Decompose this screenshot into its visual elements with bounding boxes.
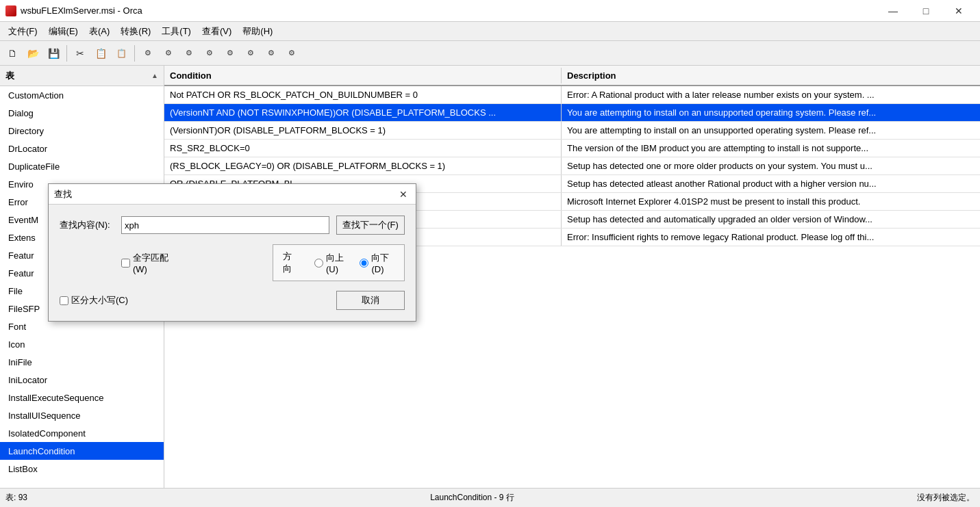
table-row[interactable]: (VersionNT)OR (DISABLE_PLATFORM_BLOCKS =… [164,122,980,140]
search-input[interactable] [121,216,329,234]
cell-description-7: Setup has detected and automatically upg… [562,211,980,228]
sidebar-item-launchcondition[interactable]: LaunchCondition [0,442,164,460]
sidebar-item-drlocator[interactable]: DrLocator [0,140,164,157]
sidebar-item-installexecutesequence[interactable]: InstallExecuteSequence [0,389,164,406]
cell-description-4: Setup has detected one or more older pro… [562,157,980,174]
cell-description-2: You are attempting to install on an unsu… [562,122,980,139]
sidebar-item-dialog[interactable]: Dialog [0,104,164,122]
checkbox-row: 全字匹配(W) 方向 向上(U) 向下(D) [60,244,405,281]
radio-up-input[interactable] [314,259,323,268]
cell-description-5: Setup has detected atleast another Ratio… [562,175,980,192]
toolbar-tool3[interactable]: ⚙ [179,44,199,63]
cell-description-3: The version of the IBM product you are a… [562,140,980,157]
sidebar-header-label: 表 [5,70,14,82]
sidebar-item-customaction[interactable]: CustomAction [0,86,164,104]
sidebar-item-duplicatefile[interactable]: DuplicateFile [0,157,164,175]
checkbox-row-2: 区分大小写(C) 取消 [60,291,405,310]
status-table-count: 表: 93 [5,492,27,504]
toolbar-tool1[interactable]: ⚙ [138,44,158,63]
menu-view[interactable]: 查看(V) [197,23,237,40]
status-row-count: LaunchCondition - 9 行 [430,492,514,504]
menu-transform[interactable]: 转换(R) [115,23,156,40]
column-description-header: Description [562,68,980,83]
app-icon [5,5,16,16]
toolbar-save[interactable]: 💾 [44,44,63,63]
toolbar-copy[interactable]: 📋 [91,44,110,63]
sidebar-header: 表 ▲ [0,66,164,86]
sidebar-item-icon[interactable]: Icon [0,335,164,353]
toolbar-new[interactable]: 🗋 [3,44,22,63]
menu-file[interactable]: 文件(F) [3,23,43,40]
toolbar-tool8[interactable]: ⚙ [282,44,301,63]
dialog-close-button[interactable]: ✕ [397,187,410,201]
toolbar-tool7[interactable]: ⚙ [262,44,281,63]
find-dialog: 查找 ✕ 查找内容(N): 查找下一个(F) 全字匹配(W) 方向 向上(U) [48,183,416,322]
cell-description-6: Microsoft Internet Explorer 4.01SP2 must… [562,193,980,210]
table-header: Condition Description [164,66,980,86]
checkbox-case-sensitive[interactable]: 区分大小写(C) [60,291,128,310]
sidebar-item-listbox[interactable]: ListBox [0,460,164,478]
status-selection: 没有列被选定。 [917,492,975,504]
minimize-button[interactable]: — [877,0,909,22]
toolbar-open[interactable]: 📂 [23,44,42,63]
menu-edit[interactable]: 编辑(E) [43,23,84,40]
title-bar: wsbuFLEXlmServer.msi - Orca — □ ✕ [0,0,980,22]
toolbar-tool5[interactable]: ⚙ [221,44,240,63]
find-row: 查找内容(N): 查找下一个(F) [60,216,405,235]
direction-label: 方向 [283,250,298,275]
toolbar-tool4[interactable]: ⚙ [200,44,219,63]
cell-condition-4: (RS_BLOCK_LEGACY=0) OR (DISABLE_PLATFORM… [164,157,562,174]
menu-table[interactable]: 表(A) [84,23,115,40]
window-title: wsbuFLEXlmServer.msi - Orca [21,5,142,16]
cancel-button[interactable]: 取消 [336,291,405,310]
cell-condition-3: RS_SR2_BLOCK=0 [164,140,562,157]
direction-options: 方向 向上(U) 向下(D) [273,244,405,281]
toolbar: 🗋 📂 💾 ✂ 📋 📋 ⚙ ⚙ ⚙ ⚙ ⚙ ⚙ ⚙ ⚙ [0,41,980,66]
radio-down[interactable]: 向下(D) [360,252,394,274]
checkbox-whole-word-input[interactable] [121,259,130,268]
cell-condition-2: (VersionNT)OR (DISABLE_PLATFORM_BLOCKS =… [164,122,562,139]
table-row[interactable]: (RS_BLOCK_LEGACY=0) OR (DISABLE_PLATFORM… [164,157,980,175]
menu-help[interactable]: 帮助(H) [237,23,278,40]
status-bar: 表: 93 LaunchCondition - 9 行 没有列被选定。 [0,488,980,507]
sidebar-item-installuisequence[interactable]: InstallUISequence [0,406,164,424]
radio-down-input[interactable] [360,259,368,268]
cell-condition-1: (VersionNT AND (NOT RSWINXPHOME))OR (DIS… [164,104,562,121]
menu-tools[interactable]: 工具(T) [156,23,197,40]
checkbox-whole-word[interactable]: 全字匹配(W) [121,244,175,281]
title-bar-controls: — □ ✕ [877,0,975,22]
cell-description-1: You are attempting to install on an unsu… [562,104,980,121]
cell-condition-0: Not PATCH OR RS_BLOCK_PATCH_ON_BUILDNUMB… [164,86,562,103]
toolbar-tool6[interactable]: ⚙ [241,44,260,63]
title-bar-left: wsbuFLEXlmServer.msi - Orca [5,5,142,16]
menu-bar: 文件(F) 编辑(E) 表(A) 转换(R) 工具(T) 查看(V) 帮助(H) [0,22,980,41]
close-button[interactable]: ✕ [943,0,975,22]
sidebar-item-inilocator[interactable]: IniLocator [0,371,164,389]
search-label: 查找内容(N): [60,219,121,231]
toolbar-separator-2 [134,45,135,62]
cell-description-0: Error: A Rational product with a later r… [562,86,980,103]
radio-up[interactable]: 向上(U) [314,252,349,274]
checkbox-case-input[interactable] [60,296,68,305]
toolbar-tool2[interactable]: ⚙ [159,44,178,63]
table-row[interactable]: Not PATCH OR RS_BLOCK_PATCH_ON_BUILDNUMB… [164,86,980,104]
sidebar-item-isolatedcomponent[interactable]: IsolatedComponent [0,424,164,442]
column-condition-header: Condition [164,68,562,83]
table-row[interactable]: (VersionNT AND (NOT RSWINXPHOME))OR (DIS… [164,104,980,122]
toolbar-separator-1 [66,45,67,62]
toolbar-cut[interactable]: ✂ [71,44,90,63]
sidebar-item-inifile[interactable]: IniFile [0,353,164,371]
dialog-body: 查找内容(N): 查找下一个(F) 全字匹配(W) 方向 向上(U) 向下(D) [49,205,416,321]
sidebar-scroll-up[interactable]: ▲ [151,72,158,79]
find-next-button[interactable]: 查找下一个(F) [336,216,405,235]
dialog-title: 查找 [54,188,72,200]
cell-description-8: Error: Insufficient rights to remove leg… [562,229,980,246]
table-row[interactable]: RS_SR2_BLOCK=0 The version of the IBM pr… [164,140,980,157]
dialog-title-bar: 查找 ✕ [49,184,416,205]
sidebar-item-directory[interactable]: Directory [0,122,164,140]
maximize-button[interactable]: □ [910,0,942,22]
toolbar-paste[interactable]: 📋 [112,44,131,63]
